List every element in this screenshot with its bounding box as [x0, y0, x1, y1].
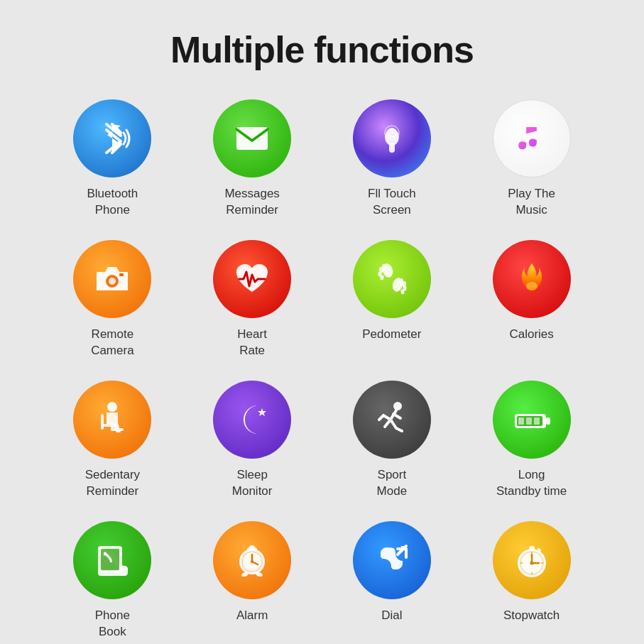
sport-label: SportMode [377, 467, 408, 500]
messages-label: MessagesReminder [224, 186, 279, 219]
music-icon-circle [493, 99, 571, 178]
feature-music: Play TheMusic [462, 99, 601, 219]
phonebook-label: PhoneBook [95, 608, 130, 640]
dial-label: Dial [381, 608, 402, 624]
standby-icon [511, 398, 553, 441]
feature-camera: RemoteCamera [43, 240, 182, 359]
camera-icon-circle [73, 240, 151, 318]
svg-point-41 [251, 560, 253, 563]
bluetooth-label: BluetoothPhone [87, 186, 138, 219]
touch-label: Fll TouchScreen [368, 186, 416, 219]
camera-label: RemoteCamera [91, 327, 133, 359]
svg-rect-27 [518, 417, 524, 425]
sedentary-label: SedentaryReminder [85, 467, 141, 500]
svg-point-54 [530, 561, 533, 564]
heart-icon [231, 258, 273, 300]
sleep-icon-circle [213, 381, 291, 459]
sport-icon-circle [353, 381, 431, 459]
svg-rect-45 [529, 546, 535, 550]
feature-calories: Calories [462, 240, 601, 359]
page-title: Multiple functions [43, 28, 601, 71]
svg-point-23 [393, 402, 402, 410]
svg-rect-29 [534, 417, 540, 425]
alarm-icon [231, 539, 273, 582]
feature-phonebook: PhoneBook [43, 521, 182, 640]
svg-point-18 [526, 282, 537, 290]
stopwatch-icon-circle [493, 521, 571, 599]
pedometer-icon [371, 258, 413, 300]
svg-rect-28 [526, 417, 532, 425]
feature-standby: LongStandby time [462, 381, 601, 500]
sleep-label: SleepMonitor [232, 467, 273, 500]
alarm-icon-circle [213, 521, 291, 599]
sport-icon [371, 398, 413, 441]
feature-alarm: Alarm [182, 521, 322, 640]
feature-sport: SportMode [322, 381, 462, 500]
alarm-label: Alarm [236, 608, 268, 624]
standby-icon-circle [493, 381, 571, 459]
svg-rect-20 [101, 414, 104, 430]
svg-rect-2 [389, 143, 395, 153]
feature-bluetooth: BluetoothPhone [43, 99, 182, 219]
feature-dial: Dial [322, 521, 462, 640]
music-icon [512, 119, 551, 158]
bluetooth-icon [91, 117, 133, 160]
page: Multiple functions BluetoothPhone [0, 0, 644, 644]
feature-messages: MessagesReminder [182, 99, 322, 219]
dial-icon [371, 539, 413, 582]
camera-icon [91, 258, 133, 300]
sedentary-icon [91, 398, 133, 441]
touch-icon-circle [353, 99, 431, 178]
bluetooth-icon-circle [73, 99, 151, 178]
pedometer-icon-circle [353, 240, 431, 318]
feature-sedentary: SedentaryReminder [43, 381, 182, 500]
feature-touch: Fll TouchScreen [322, 99, 462, 219]
messages-icon-circle [213, 99, 291, 178]
dial-icon-circle [353, 521, 431, 599]
svg-rect-32 [101, 572, 119, 573]
svg-point-19 [107, 402, 117, 412]
heart-icon-circle [213, 240, 291, 318]
sleep-icon [231, 398, 273, 441]
touch-icon [371, 117, 413, 160]
feature-heartrate: HeartRate [182, 240, 322, 359]
feature-pedometer: Pedometer [322, 240, 462, 359]
stopwatch-label: Stopwatch [503, 608, 560, 624]
svg-point-6 [109, 278, 116, 285]
standby-label: LongStandby time [496, 467, 567, 500]
sedentary-icon-circle [73, 381, 151, 459]
icons-grid: BluetoothPhone MessagesReminder [43, 99, 601, 640]
svg-rect-21 [101, 424, 118, 427]
feature-sleep: SleepMonitor [182, 381, 322, 500]
svg-marker-22 [258, 408, 266, 416]
phonebook-icon-circle [73, 521, 151, 599]
phonebook-icon [91, 539, 133, 582]
calories-icon [511, 258, 553, 300]
calories-label: Calories [509, 327, 553, 343]
svg-rect-7 [119, 273, 124, 276]
music-label: Play TheMusic [508, 186, 555, 219]
calories-icon-circle [493, 240, 571, 318]
svg-rect-33 [101, 574, 114, 576]
messages-icon [231, 117, 273, 160]
feature-stopwatch: Stopwatch [462, 521, 601, 640]
heart-label: HeartRate [237, 327, 267, 359]
stopwatch-icon [511, 539, 553, 582]
svg-rect-25 [546, 417, 550, 425]
svg-rect-0 [236, 127, 268, 150]
pedometer-label: Pedometer [362, 327, 421, 343]
